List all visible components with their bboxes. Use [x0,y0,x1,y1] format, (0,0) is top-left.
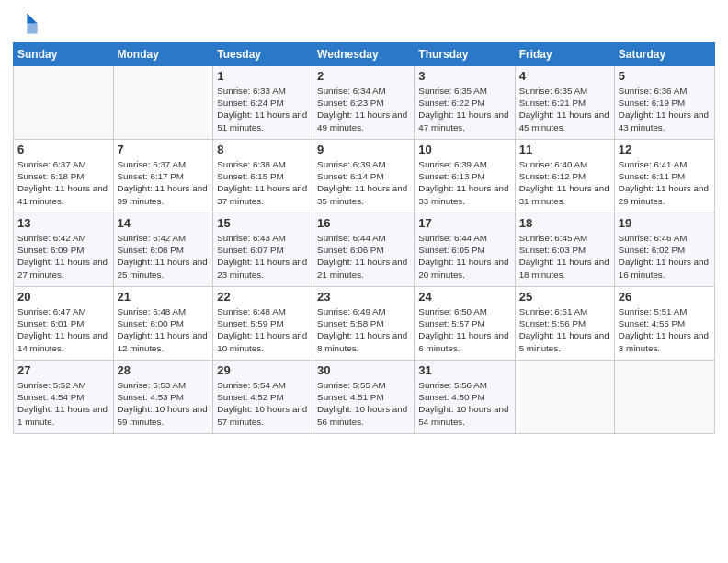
calendar-cell: 30Sunrise: 5:55 AM Sunset: 4:51 PM Dayli… [313,361,415,434]
calendar-week-row: 6Sunrise: 6:37 AM Sunset: 6:18 PM Daylig… [14,140,715,213]
calendar-cell: 31Sunrise: 5:56 AM Sunset: 4:50 PM Dayli… [415,361,515,434]
calendar-cell: 4Sunrise: 6:35 AM Sunset: 6:21 PM Daylig… [515,66,614,140]
calendar-week-row: 27Sunrise: 5:52 AM Sunset: 4:54 PM Dayli… [14,361,715,434]
cell-info: Sunrise: 6:46 AM Sunset: 6:02 PM Dayligh… [619,232,711,281]
calendar-week-row: 13Sunrise: 6:42 AM Sunset: 6:09 PM Dayli… [14,213,715,287]
calendar-cell: 26Sunrise: 5:51 AM Sunset: 4:55 PM Dayli… [614,287,714,361]
logo-icon [13,9,39,35]
day-number: 15 [217,216,309,230]
cell-info: Sunrise: 6:36 AM Sunset: 6:19 PM Dayligh… [619,85,711,133]
weekday-header: Tuesday [213,43,313,66]
calendar-cell: 21Sunrise: 6:48 AM Sunset: 6:00 PM Dayli… [113,287,213,361]
calendar-week-row: 20Sunrise: 6:47 AM Sunset: 6:01 PM Dayli… [14,287,715,361]
calendar-cell: 15Sunrise: 6:43 AM Sunset: 6:07 PM Dayli… [213,213,313,287]
cell-info: Sunrise: 6:33 AM Sunset: 6:24 PM Dayligh… [217,85,309,133]
day-number: 22 [217,290,309,304]
day-number: 17 [418,216,510,230]
day-number: 31 [418,363,510,377]
cell-info: Sunrise: 6:39 AM Sunset: 6:13 PM Dayligh… [418,158,510,207]
cell-info: Sunrise: 5:52 AM Sunset: 4:54 PM Dayligh… [17,379,109,428]
day-number: 6 [17,143,109,156]
weekday-header: Wednesday [313,43,415,66]
cell-info: Sunrise: 6:48 AM Sunset: 6:00 PM Dayligh… [118,305,210,354]
day-number: 21 [118,290,210,304]
calendar-cell: 8Sunrise: 6:38 AM Sunset: 6:15 PM Daylig… [213,140,313,213]
weekday-header: Monday [113,43,213,66]
calendar-cell: 19Sunrise: 6:46 AM Sunset: 6:02 PM Dayli… [614,213,714,287]
day-number: 27 [17,363,109,377]
day-number: 29 [217,363,309,377]
day-number: 24 [418,290,510,304]
day-number: 10 [418,143,510,156]
cell-info: Sunrise: 6:40 AM Sunset: 6:12 PM Dayligh… [519,158,610,207]
cell-info: Sunrise: 6:35 AM Sunset: 6:22 PM Dayligh… [418,85,510,133]
day-number: 26 [619,290,711,304]
calendar-cell: 6Sunrise: 6:37 AM Sunset: 6:18 PM Daylig… [14,140,114,213]
header [13,9,715,35]
calendar-header-row: SundayMondayTuesdayWednesdayThursdayFrid… [14,43,715,66]
day-number: 3 [418,69,510,83]
cell-info: Sunrise: 6:34 AM Sunset: 6:23 PM Dayligh… [317,85,410,133]
day-number: 13 [17,216,109,230]
day-number: 7 [118,143,210,156]
cell-info: Sunrise: 6:43 AM Sunset: 6:07 PM Dayligh… [217,232,309,281]
calendar-table: SundayMondayTuesdayWednesdayThursdayFrid… [13,42,715,434]
calendar-cell [113,66,213,140]
calendar-cell: 28Sunrise: 5:53 AM Sunset: 4:53 PM Dayli… [113,361,213,434]
page: SundayMondayTuesdayWednesdayThursdayFrid… [0,0,728,563]
day-number: 1 [217,69,309,83]
calendar-cell: 14Sunrise: 6:42 AM Sunset: 6:08 PM Dayli… [113,213,213,287]
day-number: 28 [118,363,210,377]
day-number: 25 [519,290,610,304]
day-number: 2 [317,69,410,83]
cell-info: Sunrise: 6:35 AM Sunset: 6:21 PM Dayligh… [519,85,610,133]
day-number: 30 [317,363,410,377]
cell-info: Sunrise: 6:50 AM Sunset: 5:57 PM Dayligh… [418,305,510,354]
calendar-cell [515,361,614,434]
svg-marker-0 [27,13,37,23]
cell-info: Sunrise: 6:42 AM Sunset: 6:09 PM Dayligh… [17,232,109,281]
cell-info: Sunrise: 6:48 AM Sunset: 5:59 PM Dayligh… [217,305,309,354]
calendar-cell: 17Sunrise: 6:44 AM Sunset: 6:05 PM Dayli… [415,213,515,287]
calendar-cell: 29Sunrise: 5:54 AM Sunset: 4:52 PM Dayli… [213,361,313,434]
day-number: 14 [118,216,210,230]
calendar-cell: 5Sunrise: 6:36 AM Sunset: 6:19 PM Daylig… [614,66,714,140]
day-number: 19 [619,216,711,230]
cell-info: Sunrise: 5:55 AM Sunset: 4:51 PM Dayligh… [317,379,410,428]
cell-info: Sunrise: 6:38 AM Sunset: 6:15 PM Dayligh… [217,158,309,207]
day-number: 5 [619,69,711,83]
calendar-cell: 10Sunrise: 6:39 AM Sunset: 6:13 PM Dayli… [415,140,515,213]
weekday-header: Friday [515,43,614,66]
cell-info: Sunrise: 6:45 AM Sunset: 6:03 PM Dayligh… [519,232,610,281]
calendar-cell: 12Sunrise: 6:41 AM Sunset: 6:11 PM Dayli… [614,140,714,213]
cell-info: Sunrise: 5:54 AM Sunset: 4:52 PM Dayligh… [217,379,309,428]
logo [13,9,42,35]
calendar-cell: 3Sunrise: 6:35 AM Sunset: 6:22 PM Daylig… [415,66,515,140]
svg-marker-1 [27,23,37,33]
calendar-cell: 18Sunrise: 6:45 AM Sunset: 6:03 PM Dayli… [515,213,614,287]
calendar-cell: 11Sunrise: 6:40 AM Sunset: 6:12 PM Dayli… [515,140,614,213]
day-number: 9 [317,143,410,156]
cell-info: Sunrise: 5:53 AM Sunset: 4:53 PM Dayligh… [118,379,210,428]
calendar-cell: 27Sunrise: 5:52 AM Sunset: 4:54 PM Dayli… [14,361,114,434]
weekday-header: Thursday [415,43,515,66]
calendar-cell: 7Sunrise: 6:37 AM Sunset: 6:17 PM Daylig… [113,140,213,213]
calendar-cell: 24Sunrise: 6:50 AM Sunset: 5:57 PM Dayli… [415,287,515,361]
calendar-cell: 13Sunrise: 6:42 AM Sunset: 6:09 PM Dayli… [14,213,114,287]
cell-info: Sunrise: 6:37 AM Sunset: 6:18 PM Dayligh… [17,158,109,207]
cell-info: Sunrise: 6:47 AM Sunset: 6:01 PM Dayligh… [17,305,109,354]
cell-info: Sunrise: 6:41 AM Sunset: 6:11 PM Dayligh… [619,158,711,207]
day-number: 23 [317,290,410,304]
day-number: 12 [619,143,711,156]
cell-info: Sunrise: 5:56 AM Sunset: 4:50 PM Dayligh… [418,379,510,428]
cell-info: Sunrise: 5:51 AM Sunset: 4:55 PM Dayligh… [619,305,711,354]
calendar-cell: 20Sunrise: 6:47 AM Sunset: 6:01 PM Dayli… [14,287,114,361]
weekday-header: Sunday [14,43,114,66]
cell-info: Sunrise: 6:39 AM Sunset: 6:14 PM Dayligh… [317,158,410,207]
cell-info: Sunrise: 6:51 AM Sunset: 5:56 PM Dayligh… [519,305,610,354]
day-number: 20 [17,290,109,304]
calendar-cell [614,361,714,434]
cell-info: Sunrise: 6:42 AM Sunset: 6:08 PM Dayligh… [118,232,210,281]
calendar-cell: 23Sunrise: 6:49 AM Sunset: 5:58 PM Dayli… [313,287,415,361]
day-number: 8 [217,143,309,156]
